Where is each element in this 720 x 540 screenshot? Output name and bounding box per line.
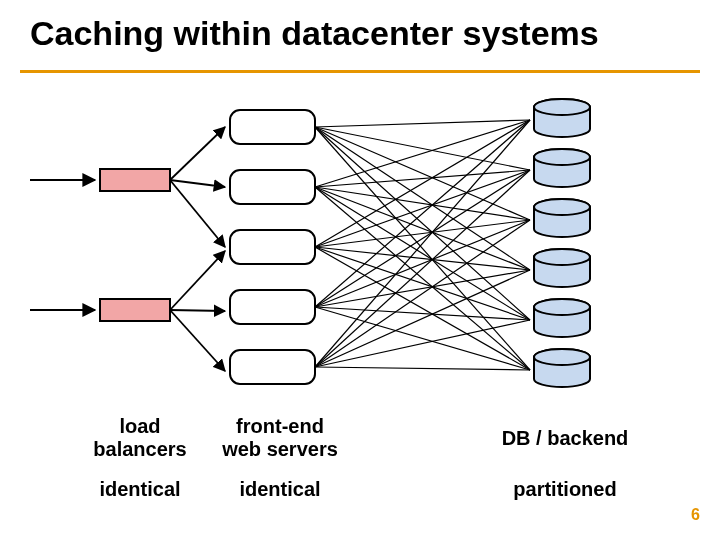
svg-line-4: [170, 180, 225, 247]
title-rule: [20, 70, 700, 73]
sublabel-db: partitioned: [475, 478, 655, 501]
lb-to-web-arrows: [170, 127, 225, 371]
web-server-box: [230, 350, 315, 384]
load-balancer-box: [100, 169, 170, 191]
svg-line-6: [170, 310, 225, 311]
db-cylinder-icon: [534, 249, 590, 287]
db-group: [534, 99, 590, 387]
svg-line-15: [315, 170, 530, 187]
architecture-diagram: [0, 80, 720, 410]
label-lb: load balancers: [60, 415, 220, 461]
svg-line-18: [315, 187, 530, 320]
svg-point-43: [534, 199, 590, 215]
sublabel-lb: identical: [60, 478, 220, 501]
web-server-group: [230, 110, 315, 384]
web-server-box: [230, 290, 315, 324]
web-server-box: [230, 110, 315, 144]
web-server-box: [230, 230, 315, 264]
db-cylinder-icon: [534, 349, 590, 387]
db-cylinder-icon: [534, 149, 590, 187]
svg-line-3: [170, 180, 225, 187]
svg-line-5: [170, 251, 225, 310]
svg-line-37: [315, 367, 530, 370]
label-web: front-end web servers: [200, 415, 360, 461]
svg-line-7: [170, 310, 225, 371]
svg-point-45: [534, 249, 590, 265]
svg-point-39: [534, 99, 590, 115]
svg-point-49: [534, 349, 590, 365]
db-cylinder-icon: [534, 199, 590, 237]
slide-number: 6: [691, 506, 700, 524]
svg-line-21: [315, 170, 530, 247]
db-cylinder-icon: [534, 299, 590, 337]
load-balancer-group: [100, 169, 170, 321]
label-db: DB / backend: [475, 427, 655, 450]
page-title: Caching within datacenter systems: [30, 14, 599, 53]
db-cylinder-icon: [534, 99, 590, 137]
svg-line-8: [315, 120, 530, 127]
svg-point-41: [534, 149, 590, 165]
svg-line-14: [315, 120, 530, 187]
svg-line-2: [170, 127, 225, 180]
web-to-db-lines: [315, 120, 530, 370]
web-server-box: [230, 170, 315, 204]
svg-point-47: [534, 299, 590, 315]
inbound-arrows: [30, 180, 95, 310]
load-balancer-box: [100, 299, 170, 321]
svg-line-29: [315, 270, 530, 307]
sublabel-web: identical: [200, 478, 360, 501]
svg-line-10: [315, 127, 530, 220]
svg-line-27: [315, 170, 530, 307]
